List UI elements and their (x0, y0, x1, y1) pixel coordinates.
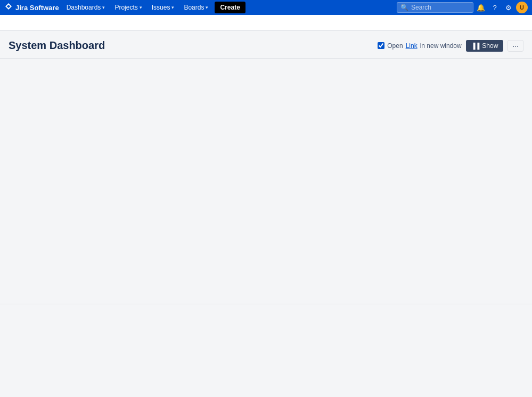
help-button[interactable]: ? (488, 1, 501, 14)
user-avatar[interactable]: U (516, 2, 528, 13)
top-navigation: Jira Software Dashboards ▾ Projects ▾ Is… (0, 0, 532, 15)
help-icon: ? (493, 4, 496, 12)
dashboards-label: Dashboards (67, 4, 101, 11)
open-link-checkbox[interactable] (378, 42, 384, 49)
dashboard-title: System Dashboard (9, 39, 105, 52)
create-button[interactable]: Create (215, 2, 245, 13)
show-label: Show (482, 42, 498, 50)
search-icon: 🔍 (400, 4, 408, 11)
open-link-suffix: in new window (420, 42, 462, 50)
show-bars-icon: ▐▐ (471, 43, 480, 49)
settings-button[interactable]: ⚙ (502, 1, 515, 14)
boards-label: Boards (184, 4, 204, 11)
tabs-bar (0, 15, 532, 31)
app-logo[interactable]: Jira Software (4, 3, 59, 12)
dashboard-header: System Dashboard Open Link in new window… (0, 31, 532, 58)
jira-logo-icon (4, 3, 13, 12)
projects-label: Projects (114, 4, 137, 11)
projects-chevron-icon: ▾ (140, 5, 142, 10)
issues-chevron-icon: ▾ (171, 5, 174, 10)
open-link-label[interactable]: Open Link in new window (378, 42, 461, 50)
lower-section (0, 304, 532, 397)
ellipsis-icon: ··· (512, 42, 519, 50)
nav-projects[interactable]: Projects ▾ (110, 2, 146, 13)
search-box[interactable]: 🔍 (397, 2, 473, 13)
dashboard-actions: Open Link in new window ▐▐ Show ··· (378, 40, 523, 52)
open-text: Open (387, 42, 403, 50)
boards-chevron-icon: ▾ (206, 5, 208, 10)
notifications-button[interactable]: 🔔 (474, 1, 487, 14)
gear-icon: ⚙ (505, 4, 512, 12)
show-button[interactable]: ▐▐ Show (466, 40, 504, 52)
nav-dashboards[interactable]: Dashboards ▾ (62, 2, 110, 13)
dashboards-chevron-icon: ▾ (102, 5, 105, 10)
avatar-initials: U (520, 4, 524, 11)
link-anchor[interactable]: Link (406, 42, 418, 50)
more-options-button[interactable]: ··· (508, 40, 523, 52)
nav-boards[interactable]: Boards ▾ (179, 2, 212, 13)
nav-issues[interactable]: Issues ▾ (148, 2, 179, 13)
dashboard-empty-area (0, 59, 532, 304)
search-input[interactable] (411, 4, 470, 11)
app-name-label: Jira Software (15, 4, 59, 12)
bell-icon: 🔔 (477, 4, 485, 12)
issues-label: Issues (152, 4, 170, 11)
